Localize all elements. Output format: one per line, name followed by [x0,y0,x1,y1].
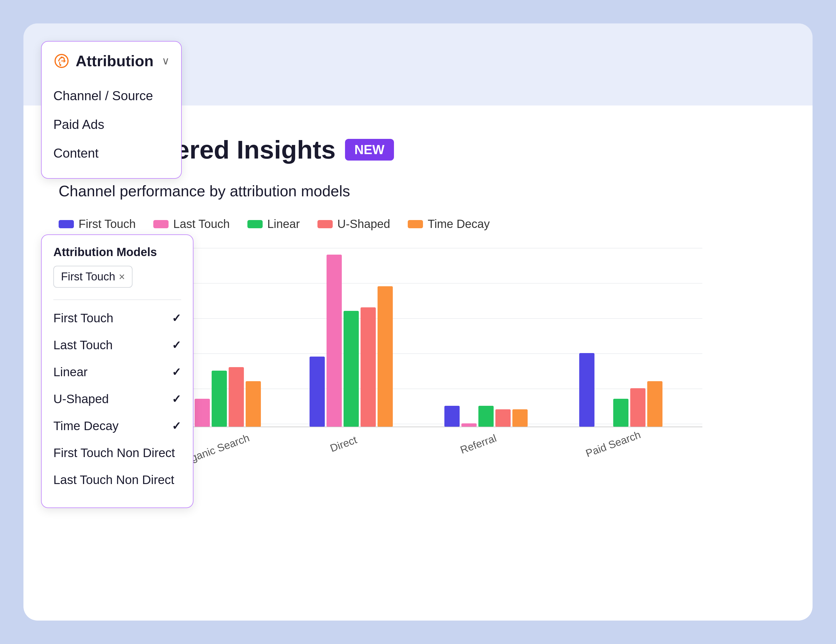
attribution-dropdown[interactable]: Attribution ∨ Channel / Source Paid Ads … [41,41,182,179]
attribution-models-dropdown[interactable]: Attribution Models First Touch × First T… [41,235,193,508]
svg-text:Paid Search: Paid Search [584,428,642,460]
model-option-first-touch[interactable]: First Touch ✓ [53,305,181,332]
svg-rect-50 [361,307,376,427]
model-label-u-shaped: U-Shaped [53,392,109,406]
svg-rect-57 [513,409,527,427]
svg-rect-53 [444,406,460,427]
legend-color-u-shaped [317,220,333,228]
svg-rect-55 [478,406,494,427]
svg-rect-42 [194,399,210,427]
check-icon-time-decay: ✓ [172,419,181,432]
legend-label-last-touch: Last Touch [173,217,230,231]
legend-color-last-touch [153,220,168,228]
remove-tag-button[interactable]: × [119,271,125,283]
model-label-time-decay: Time Decay [53,419,119,433]
attribution-icon [53,53,70,69]
svg-rect-62 [647,381,663,427]
check-icon-first-touch: ✓ [172,312,181,324]
model-label-last-touch: Last Touch [53,338,113,352]
svg-rect-51 [377,286,393,427]
legend-color-first-touch [59,220,74,228]
svg-rect-45 [246,381,261,427]
svg-rect-49 [343,311,359,427]
svg-point-23 [61,57,62,58]
legend-label-u-shaped: U-Shaped [337,217,390,231]
legend-color-time-decay [408,220,423,228]
menu-item-paid-ads[interactable]: Paid Ads [53,110,170,139]
model-label-last-touch-non-direct: Last Touch Non Direct [53,473,174,487]
svg-point-27 [59,64,61,66]
model-label-first-touch: First Touch [53,311,113,325]
attribution-header: Attribution ∨ [53,52,170,70]
chart-legend: First Touch Last Touch Linear U-Shaped T… [59,217,777,231]
svg-rect-54 [461,423,477,427]
model-option-last-touch-non-direct[interactable]: Last Touch Non Direct [53,466,181,493]
legend-label-linear: Linear [267,217,300,231]
new-badge: NEW [345,139,394,161]
menu-item-channel-source[interactable]: Channel / Source [53,82,170,110]
model-option-u-shaped[interactable]: U-Shaped ✓ [53,386,181,412]
model-option-linear[interactable]: Linear ✓ [53,359,181,386]
svg-rect-44 [229,367,244,427]
selected-model-label: First Touch [61,271,115,283]
models-dropdown-title: Attribution Models [53,246,181,259]
model-option-last-touch[interactable]: Last Touch ✓ [53,332,181,359]
menu-item-content[interactable]: Content [53,139,170,168]
legend-item-u-shaped: U-Shaped [317,217,390,231]
svg-text:Direct: Direct [328,434,359,455]
model-label-linear: Linear [53,365,88,379]
main-card: Attribution ∨ Channel / Source Paid Ads … [23,23,813,621]
svg-text:Referral: Referral [459,432,498,456]
svg-rect-60 [613,399,629,427]
legend-item-first-touch: First Touch [59,217,136,231]
chart-section-title: Channel performance by attribution model… [59,182,777,200]
model-option-time-decay[interactable]: Time Decay ✓ [53,412,181,440]
svg-rect-61 [630,388,645,427]
svg-rect-56 [495,409,511,427]
legend-item-time-decay: Time Decay [408,217,490,231]
legend-item-linear: Linear [247,217,300,231]
model-label-first-touch-non-direct: First Touch Non Direct [53,446,175,460]
legend-label-time-decay: Time Decay [428,217,490,231]
svg-rect-48 [327,254,342,427]
check-icon-last-touch: ✓ [172,339,181,352]
check-icon-u-shaped: ✓ [172,393,181,406]
chevron-down-icon: ∨ [162,55,170,67]
svg-rect-43 [212,371,227,427]
svg-rect-59 [579,353,594,427]
legend-label-first-touch: First Touch [78,217,136,231]
selected-model-tag[interactable]: First Touch × [53,266,132,288]
legend-color-linear [247,220,263,228]
model-option-first-touch-non-direct[interactable]: First Touch Non Direct [53,440,181,466]
check-icon-linear: ✓ [172,366,181,378]
legend-item-last-touch: Last Touch [153,217,230,231]
svg-rect-47 [310,357,325,427]
divider [53,300,181,300]
attribution-title: Attribution [76,52,156,70]
